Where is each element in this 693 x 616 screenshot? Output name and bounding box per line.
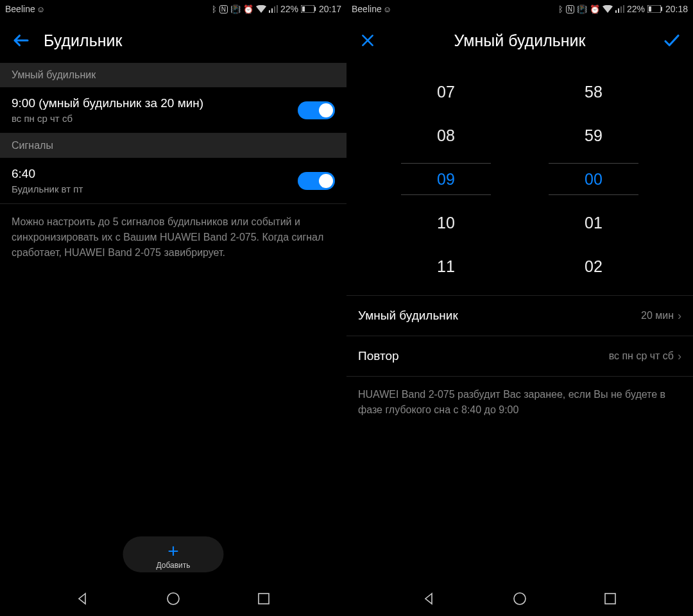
wheel-item[interactable]: 10 (401, 207, 491, 239)
svg-rect-3 (277, 5, 278, 13)
nav-recent-button[interactable] (256, 591, 271, 606)
clock-text: 20:17 (319, 4, 341, 14)
wheel-item[interactable]: 58 (549, 76, 638, 108)
nfc-icon: N (219, 5, 228, 13)
svg-point-16 (514, 593, 526, 604)
wheel-item-selected[interactable]: 09 (401, 163, 491, 195)
svg-rect-6 (302, 6, 305, 12)
svg-point-7 (167, 593, 179, 604)
wheel-item[interactable]: 07 (401, 76, 491, 108)
svg-rect-1 (271, 8, 273, 13)
wheel-item-selected[interactable]: 00 (549, 163, 638, 195)
signal-sub: Будильник вт пт (12, 184, 83, 194)
add-label: Добавить (156, 561, 190, 570)
signal-row[interactable]: 6:40 Будильник вт пт (0, 158, 346, 204)
wheel-item[interactable]: 02 (549, 250, 638, 282)
chevron-right-icon: › (678, 350, 681, 363)
repeat-label: Повтор (358, 349, 399, 363)
wheel-item[interactable]: 01 (549, 207, 638, 239)
section-smart-alarm: Умный будильник (0, 63, 346, 87)
chevron-right-icon: › (678, 309, 681, 323)
status-bar: Beeline ☺ ᛒ N 📳 ⏰ 22% 20:17 (0, 0, 346, 18)
smart-alarm-sub: вс пн ср чт сб (12, 113, 203, 124)
svg-rect-14 (661, 7, 662, 11)
nav-home-button[interactable] (166, 591, 181, 606)
nav-recent-button[interactable] (603, 591, 618, 606)
battery-icon (647, 5, 663, 13)
vibrate-icon: 📳 (230, 4, 241, 14)
repeat-value: вс пн ср чт сб (609, 350, 674, 362)
battery-icon (301, 5, 316, 13)
wheel-item[interactable]: 08 (401, 119, 491, 151)
nfc-icon: N (566, 5, 574, 13)
confirm-button[interactable] (661, 30, 683, 51)
page-title: Умный будильник (390, 31, 649, 50)
wheel-item[interactable]: 11 (401, 250, 491, 282)
hour-wheel[interactable]: 07 08 09 10 11 (401, 76, 491, 282)
clock-text: 20:18 (665, 4, 688, 14)
nav-home-button[interactable] (512, 591, 527, 606)
close-button[interactable] (357, 30, 379, 51)
smart-alarm-edit-screen: Beeline ☺ ᛒ N 📳 ⏰ 22% 20:18 Умный будиль… (346, 0, 693, 616)
bluetooth-icon: ᛒ (212, 4, 217, 14)
plus-icon: + (167, 542, 179, 561)
signal-toggle[interactable] (298, 172, 335, 190)
alarm-icon: ⏰ (590, 4, 600, 14)
svg-rect-15 (649, 6, 651, 12)
svg-rect-12 (623, 5, 624, 13)
svg-rect-11 (620, 6, 622, 13)
alarm-icon: ⏰ (243, 4, 253, 14)
smart-ahead-row[interactable]: Умный будильник 20 мин › (346, 295, 693, 336)
smart-ahead-label: Умный будильник (358, 309, 458, 323)
time-picker[interactable]: 07 08 09 10 11 58 59 00 01 02 (346, 63, 693, 295)
signal-title: 6:40 (12, 167, 83, 181)
svg-rect-10 (618, 8, 619, 13)
nav-bar (346, 581, 693, 616)
smart-alarm-toggle[interactable] (298, 101, 335, 119)
nav-bar (0, 581, 346, 616)
svg-rect-2 (274, 6, 275, 13)
wheel-item[interactable]: 59 (549, 119, 638, 151)
header: Будильник (0, 18, 346, 63)
carrier-label: Beeline (5, 4, 35, 14)
battery-percent: 22% (627, 4, 645, 14)
info-text: HUAWEI Band 2-075 разбудит Вас заранее, … (346, 377, 693, 428)
vibrate-icon: 📳 (577, 4, 587, 14)
svg-rect-8 (259, 594, 269, 604)
nav-back-button[interactable] (422, 591, 437, 606)
smart-alarm-row[interactable]: 9:00 (умный будильник за 20 мин) вс пн с… (0, 87, 346, 133)
smart-alarm-title: 9:00 (умный будильник за 20 мин) (12, 96, 203, 110)
nav-back-button[interactable] (75, 591, 90, 606)
status-bar: Beeline ☺ ᛒ N 📳 ⏰ 22% 20:18 (346, 0, 693, 18)
add-button[interactable]: + Добавить (123, 536, 223, 572)
smart-ahead-value: 20 мин (641, 310, 674, 321)
page-title: Будильник (44, 31, 336, 50)
wifi-icon (256, 5, 266, 13)
smile-icon: ☺ (37, 4, 45, 14)
back-button[interactable] (10, 30, 32, 51)
carrier-label: Beeline (352, 4, 382, 14)
alarm-list-screen: Beeline ☺ ᛒ N 📳 ⏰ 22% 20:17 Будильник У (0, 0, 346, 616)
wifi-icon (603, 5, 613, 13)
svg-rect-17 (605, 594, 615, 604)
header: Умный будильник (346, 18, 693, 63)
section-signals: Сигналы (0, 133, 346, 158)
minute-wheel[interactable]: 58 59 00 01 02 (549, 76, 638, 282)
info-text: Можно настроить до 5 сигналов будильнико… (0, 204, 346, 271)
repeat-row[interactable]: Повтор вс пн ср чт сб › (346, 336, 693, 377)
bluetooth-icon: ᛒ (558, 4, 563, 14)
svg-rect-9 (615, 10, 617, 13)
smile-icon: ☺ (383, 4, 391, 14)
signal-icon (269, 5, 278, 13)
svg-rect-0 (269, 10, 270, 13)
svg-rect-5 (314, 7, 316, 11)
battery-percent: 22% (280, 4, 298, 14)
signal-icon (615, 5, 624, 13)
